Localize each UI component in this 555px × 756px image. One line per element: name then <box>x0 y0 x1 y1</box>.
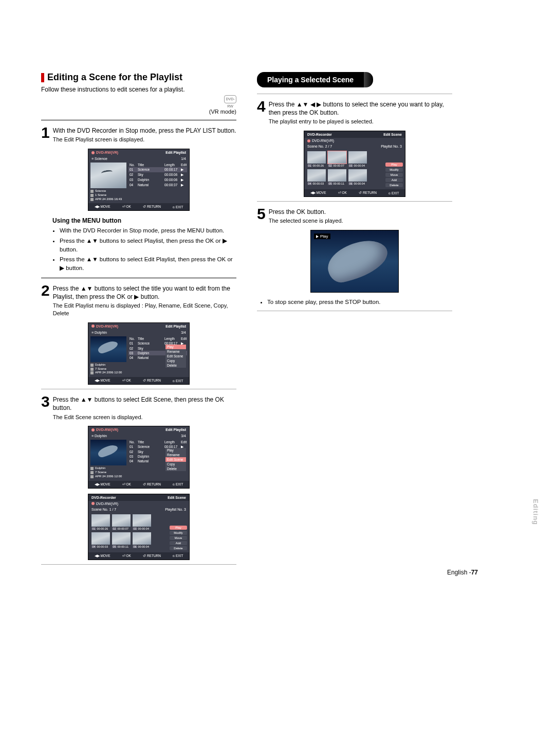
step-sub: The Edit Playlist screen is displayed. <box>53 136 236 143</box>
scene-thumb <box>91 514 110 527</box>
step-3: 3 Press the ▲▼ buttons to select Edit Sc… <box>41 395 236 421</box>
step-5: 5 Press the OK button. The selected scen… <box>257 208 452 225</box>
pill-label: Playing a Selected Scene <box>257 72 364 87</box>
step-number: 3 <box>41 395 50 421</box>
step-1: 1 With the DVD Recorder in Stop mode, pr… <box>41 127 236 143</box>
play-icon <box>316 235 319 238</box>
move-hint: ◀▶ MOVE <box>95 205 110 209</box>
section-heading-text: Editing a Scene for the Playlist <box>47 72 182 83</box>
vr-mode-row: DVD-RW (VR mode) <box>41 95 236 115</box>
thumbnail-meta: Science 1 Scene APR 24 2006 16:43 <box>90 189 126 201</box>
bullet: To stop scene play, press the STOP butto… <box>267 298 452 307</box>
step-number: 5 <box>257 208 266 225</box>
dvd-rw-icon: DVD-RW <box>224 95 236 103</box>
step-number: 2 <box>41 284 50 317</box>
scene-icon <box>90 194 94 197</box>
osd-context-menu: Play Rename Edit Scene Copy Delete <box>165 345 186 368</box>
subsection-pill: Playing a Selected Scene <box>257 72 452 87</box>
step-number: 1 <box>41 127 50 143</box>
osd-name: Science <box>95 157 107 160</box>
footer-lang: English - <box>447 569 471 576</box>
step-2: 2 Press the ▲▼ buttons to select the tit… <box>41 284 236 317</box>
step-sub: The Edit Playlist menu is displayed : Pl… <box>53 302 236 317</box>
intro-text: Follow these instructions to edit scenes… <box>41 86 236 93</box>
bullet: Press the ▲▼ buttons to select Playlist,… <box>60 237 236 254</box>
thumbnail-bird <box>90 163 126 188</box>
list-icon: ≡ <box>91 157 94 160</box>
thumbnail-dolphin <box>90 440 126 465</box>
step-body: Press the ▲▼ buttons to select Edit Scen… <box>53 396 224 411</box>
osd-edit-playlist-3: DVD-RW(VR) Edit Playlist ≡ Dolphin 3/4 D… <box>88 426 190 488</box>
scene-side-buttons: Play Modify Move Add Delete <box>170 526 187 550</box>
step-body: With the DVD Recorder in Stop mode, pres… <box>53 127 236 134</box>
osd-edit-playlist-2: DVD-RW(VR) Edit Playlist ≡ Dolphin 3/4 D… <box>88 322 190 385</box>
section-heading: Editing a Scene for the Playlist <box>41 72 236 83</box>
osd-disc: DVD-RW(VR) <box>91 151 118 154</box>
step-body: Press the OK button. <box>269 208 326 215</box>
thumbnail-dolphin <box>90 336 126 362</box>
osd-list: No. Title Length Edit 01Science00:00:17▶… <box>128 163 187 201</box>
title-icon <box>90 190 94 193</box>
return-hint: ↺ RETURN <box>143 205 161 209</box>
vr-mode-label: (VR mode) <box>209 109 236 115</box>
page-footer: English -77 <box>447 569 478 576</box>
chapter-tab: Editing <box>532 499 540 525</box>
osd-count: 1/4 <box>181 157 186 160</box>
subheading-menu: Using the MENU button <box>52 217 236 224</box>
ok-hint: ⏎ OK <box>122 205 131 209</box>
pill-cap-icon <box>364 72 373 87</box>
osd-edit-scene-2: DVD-Recorder Edit Scene DVD-RW(VR) Scene… <box>304 131 405 197</box>
osd-edit-scene-1: DVD-Recorder Edit Scene DVD-RW(VR) Scene… <box>88 494 190 560</box>
step-4: 4 Press the ▲▼ ◀ ▶ buttons to select the… <box>257 100 452 125</box>
step-sub: The selected scene is played. <box>269 217 343 225</box>
bullet: With the DVD Recorder in Stop mode, pres… <box>60 226 236 235</box>
osd-edit-playlist-1: DVD-RW(VR) Edit Playlist ≡ Science 1/4 S… <box>88 149 190 211</box>
play-indicator: ▶ Play Play <box>314 233 330 239</box>
accent-bar-icon <box>41 73 44 82</box>
step-body: Press the ▲▼ buttons to select the title… <box>53 285 230 300</box>
clock-icon <box>90 198 94 201</box>
footer-page: 77 <box>471 569 478 576</box>
menu-bullets: With the DVD Recorder in Stop mode, pres… <box>52 226 236 272</box>
step-body: Press the ▲▼ ◀ ▶ buttons to select the s… <box>269 101 444 116</box>
bullet: Press the ▲▼ buttons to select Edit Play… <box>60 255 236 272</box>
step-sub: The playlist entry to be played is selec… <box>269 118 452 125</box>
osd-context-menu: Play Rename Edit Scene Copy Delete <box>165 448 186 471</box>
playback-preview: ▶ Play Play <box>310 230 399 293</box>
osd-title: Edit Playlist <box>165 151 186 154</box>
exit-hint: ⎋ EXIT <box>173 205 183 209</box>
step-sub: The Edit Scene screen is displayed. <box>53 413 236 421</box>
step-number: 4 <box>257 100 266 125</box>
